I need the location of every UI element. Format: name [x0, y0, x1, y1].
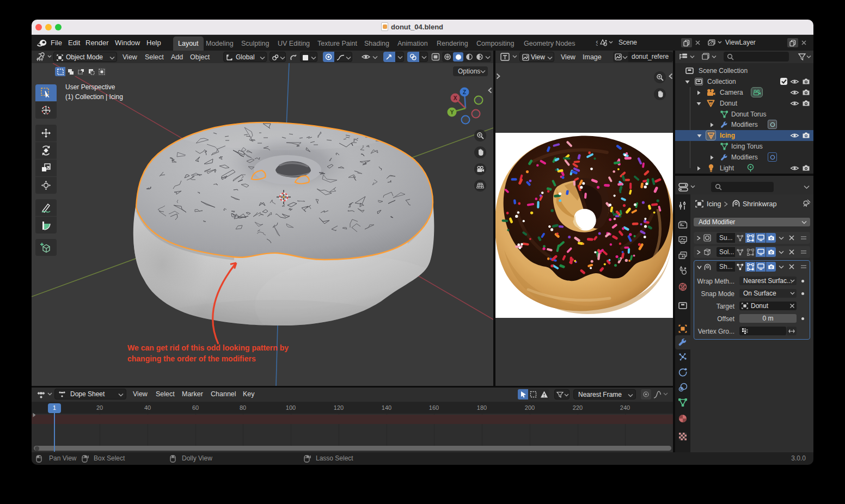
svg-text:Y: Y	[450, 109, 454, 115]
svg-text:Z: Z	[463, 89, 466, 95]
svg-text:We can get rid of this odd loo: We can get rid of this odd looking patte…	[127, 343, 289, 352]
svg-text:changing the order of the modi: changing the order of the modifiers	[127, 354, 256, 363]
svg-text:X: X	[454, 95, 457, 101]
